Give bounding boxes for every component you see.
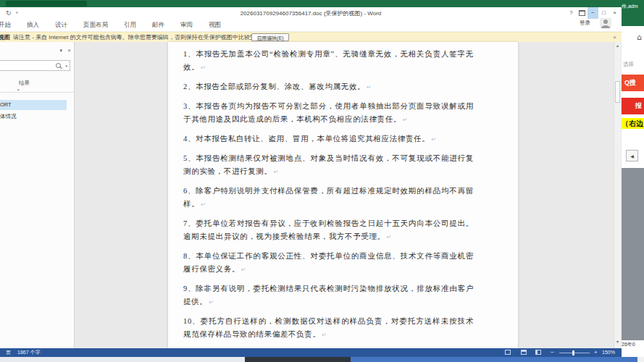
results-collapse-icon[interactable]: ▴ xyxy=(17,87,20,91)
scroll-up-icon[interactable]: ▴ xyxy=(614,43,621,48)
web-app-header: 件,adm xyxy=(622,0,644,26)
zoom-slider-track[interactable] xyxy=(559,353,590,353)
taskbar-light-segment xyxy=(637,357,644,362)
highlighted-text: （右边 xyxy=(622,118,644,129)
enable-editing-button[interactable]: 启用编辑(E) xyxy=(251,33,289,41)
web-report-button[interactable]: 报 xyxy=(622,98,644,114)
document-title: 2026031709294607356417.doc (受保护的视图) - Wo… xyxy=(72,9,549,17)
title-row: ↻ ▾ 2026031709294607356417.doc (受保护的视图) … xyxy=(0,7,622,19)
protected-view-message: 请注意 - 来自 Internet 的文件可能包含病毒。除非您需要编辑，否则保持… xyxy=(13,33,267,43)
window-controls: ? − □ × xyxy=(566,7,620,19)
vertical-scrollbar[interactable]: ▴ ▾ xyxy=(614,42,621,348)
zoom-level[interactable]: 150% xyxy=(602,348,615,357)
nav-divider xyxy=(0,92,74,93)
doc-paragraph: 7、委托单位若对报告有异议，应于收到检验报告之日起十五天内向本公司提出。逾期未提… xyxy=(183,217,474,244)
tab-page-layout[interactable]: 页面布局 xyxy=(75,19,116,31)
doc-paragraph: 8、本单位保证工作的客观公正性、对委托单位的商业信息、技术文件等商业机密履行保密… xyxy=(183,250,474,277)
web-layout-icon[interactable] xyxy=(535,350,541,355)
taskbar-dark-segment xyxy=(245,357,351,362)
tab-references[interactable]: 引用 xyxy=(116,19,144,31)
nav-result-item[interactable]: 体情况 xyxy=(0,111,67,122)
select-label: 选择 xyxy=(623,61,634,68)
search-dropdown-icon[interactable]: ▾ xyxy=(65,64,67,68)
ribbon-display-button[interactable] xyxy=(577,7,587,19)
doc-paragraph: 3、本报告各页均为报告不可分割之部分，使用者单独抽出部分页面导致误解或用于其他用… xyxy=(183,100,474,127)
web-app-gray-panel xyxy=(622,168,644,340)
desktop-screen: 件,adm ⌂ 选择 Q搜 报 （右边 ◀ 26年0 ↻ ▾ 202603170… xyxy=(0,0,644,362)
ribbon-tabs: 开始 插入 设计 页面布局 引用 邮件 审阅 视图 xyxy=(0,19,622,31)
doc-paragraph: 9、除非另有说明，委托检测结果只代表检测时污染物排放状况，排放标准由客户提供。 xyxy=(183,282,474,309)
nav-result-item[interactable]: ORT xyxy=(0,100,67,110)
document-page[interactable]: 1、本报告无加盖本公司“检验检测专用章”、无骑缝章无效，无相关负责人签字无效。 … xyxy=(168,42,518,348)
nav-pane-collapse-icon[interactable]: ▾ xyxy=(59,48,62,54)
scrollbar-thumb[interactable] xyxy=(615,81,620,103)
word-window: ↻ ▾ 2026031709294607356417.doc (受保护的视图) … xyxy=(0,0,622,357)
status-bar: 页 1867 个字 − + 150% xyxy=(0,348,622,357)
date-fragment: 26年0 xyxy=(622,341,644,348)
search-icon xyxy=(56,63,61,68)
title-bar xyxy=(0,0,622,7)
zoom-slider-thumb[interactable] xyxy=(572,350,574,355)
web-search-button[interactable]: Q搜 xyxy=(622,75,644,91)
page-indicator[interactable]: 页 xyxy=(6,348,11,357)
doc-paragraph: 1、本报告无加盖本公司“检验检测专用章”、无骑缝章无效，无相关负责人签字无效。 xyxy=(183,48,474,75)
page-content: 1、本报告无加盖本公司“检验检测专用章”、无骑缝章无效，无相关负责人签字无效。 … xyxy=(183,48,474,361)
background-web-app: 件,adm ⌂ 选择 Q搜 报 （右边 ◀ 26年0 xyxy=(622,0,644,357)
minimize-button[interactable]: − xyxy=(587,7,598,19)
print-layout-icon[interactable] xyxy=(521,350,527,355)
browser-tab-remnant xyxy=(6,1,87,7)
message-bar-close-icon[interactable]: × xyxy=(613,33,616,43)
read-mode-icon[interactable] xyxy=(505,350,511,355)
scroll-down-icon[interactable]: ▾ xyxy=(614,339,621,344)
doc-paragraph: 4、对本报告私自转让、盗用、冒用，本单位将追究其相应法律责任。 xyxy=(183,132,474,146)
tab-home[interactable]: 开始 xyxy=(0,19,19,31)
refresh-icon[interactable]: ↻ xyxy=(6,9,12,17)
sign-in-link[interactable]: 登录 xyxy=(580,20,590,27)
quick-access-dropdown-icon[interactable]: ▾ xyxy=(16,10,18,14)
tab-view[interactable]: 视图 xyxy=(201,19,229,31)
zoom-out-icon[interactable]: − xyxy=(551,348,554,357)
document-area: 1、本报告无加盖本公司“检验检测专用章”、无骑缝章无效，无相关负责人签字无效。 … xyxy=(75,42,622,348)
help-button[interactable]: ? xyxy=(566,7,577,19)
bottom-strip xyxy=(0,357,644,362)
protected-view-bar: 受保护的视图 请注意 - 来自 Internet 的文件可能包含病毒。除非您需要… xyxy=(0,32,622,43)
back-arrow-button[interactable]: ◀ xyxy=(626,150,638,161)
tab-mailings[interactable]: 邮件 xyxy=(144,19,172,31)
nav-results-tab[interactable]: 结果 xyxy=(19,80,30,87)
workspace: ▾ × ▾ 结果 ▴ ORT 体情况 1、本报告无加盖本公司“检验检测专用章”、… xyxy=(0,42,622,348)
tab-insert[interactable]: 插入 xyxy=(19,19,47,31)
nav-pane-close-icon[interactable]: × xyxy=(67,47,71,54)
nav-search-input[interactable]: ▾ xyxy=(0,60,70,71)
doc-paragraph: 10、委托方自行送样的，检测数据仅对送样的样品负责，对委托方送样未按技术规范保存… xyxy=(183,315,474,342)
home-icon[interactable]: ⌂ xyxy=(637,33,642,42)
tab-design[interactable]: 设计 xyxy=(47,19,75,31)
doc-paragraph: 2、本报告全部或部分复制、涂改、篡改均属无效。 xyxy=(183,80,474,94)
navigation-pane: ▾ × ▾ 结果 ▴ ORT 体情况 xyxy=(0,42,75,348)
protected-view-label: 受保护的视图 xyxy=(0,33,10,43)
doc-paragraph: 6、除客户特别说明并支付样品保管费，所有超过标准规定时效期的样品均不再留样。 xyxy=(183,185,474,211)
taskbar-blue-segment xyxy=(351,357,637,362)
word-count[interactable]: 1867 个字 xyxy=(17,348,41,357)
ribbon-tab-bar: 开始 插入 设计 页面布局 引用 邮件 审阅 视图 xyxy=(0,19,622,32)
ribbon-display-icon xyxy=(579,10,585,16)
close-button[interactable]: × xyxy=(609,7,620,19)
restore-button[interactable]: □ xyxy=(598,7,609,19)
avatar[interactable] xyxy=(600,18,611,28)
doc-paragraph: 5、本报告检测结果仅对被测地点、对象及当时情况有效，不可复现或不能进行复测的实验… xyxy=(183,152,474,179)
tab-review[interactable]: 审阅 xyxy=(172,19,201,31)
zoom-in-icon[interactable]: + xyxy=(594,348,598,357)
